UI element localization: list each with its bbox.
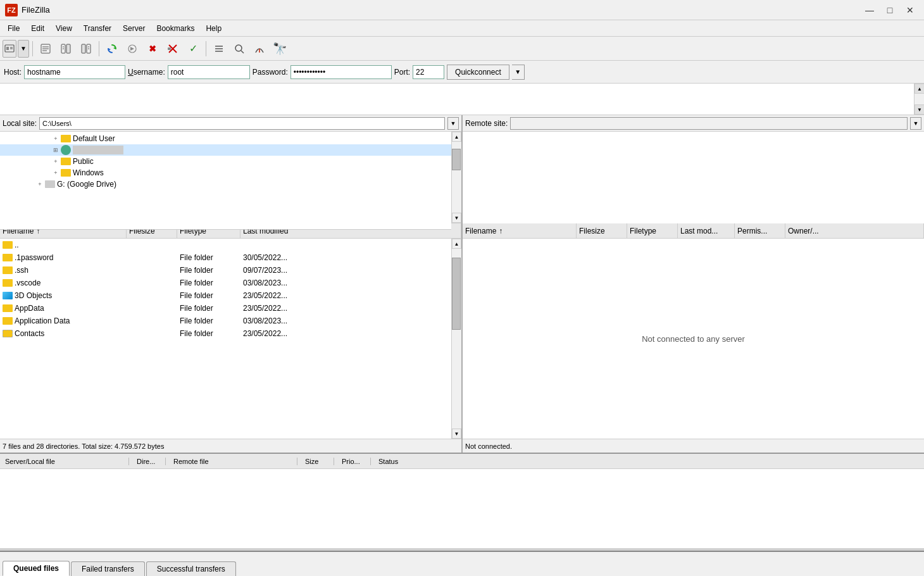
remote-col-filetype[interactable]: Filetype <box>627 223 678 238</box>
menu-server[interactable]: Server <box>118 23 150 34</box>
remote-site-label: Remote site: <box>465 119 508 128</box>
queue-col-status[interactable]: Status <box>376 458 921 465</box>
expand-icon: + <box>51 156 61 166</box>
remote-site-path[interactable] <box>510 117 908 130</box>
queue-col-size[interactable]: Size <box>303 458 334 465</box>
close-button[interactable]: ✕ <box>901 3 919 18</box>
menu-help[interactable]: Help <box>201 23 227 34</box>
log-scroll-track[interactable] <box>915 94 924 104</box>
local-site-path[interactable] <box>39 117 445 130</box>
list-item[interactable]: Application Data File folder 03/08/2023.… <box>0 315 451 327</box>
site-manager-button[interactable] <box>3 40 16 58</box>
maximize-button[interactable]: □ <box>881 3 899 18</box>
remote-status-text: Not connected. <box>465 442 512 450</box>
folder-icon <box>3 241 13 249</box>
tab-successful-transfers[interactable]: Successful transfers <box>146 561 236 576</box>
queue-col-remote[interactable]: Remote file <box>171 458 297 465</box>
log-scrollbar[interactable]: ▲ ▼ <box>914 84 924 115</box>
tree-scroll-thumb <box>452 149 461 170</box>
remote-col-filename[interactable]: Filename ↑ <box>463 223 577 238</box>
list-item[interactable]: .. <box>0 239 451 251</box>
refresh-button[interactable] <box>103 40 122 58</box>
queue-col-server[interactable]: Server/Local file <box>3 458 129 465</box>
tree-item-windows[interactable]: + Windows <box>0 167 451 178</box>
tree-scroll-track[interactable] <box>452 142 461 213</box>
local-panel: Local site: ▼ + Default User ⊞ <box>0 115 463 453</box>
toggle-message-log-button[interactable] <box>36 40 55 58</box>
tree-scroll-down[interactable]: ▼ <box>452 213 461 223</box>
local-files-scrollbar[interactable]: ▲ ▼ <box>451 239 461 439</box>
tree-scroll-up[interactable]: ▲ <box>452 132 461 142</box>
username-input[interactable] <box>168 65 250 79</box>
files-scroll-track[interactable] <box>452 249 461 429</box>
menu-view[interactable]: View <box>51 23 77 34</box>
menu-transfer[interactable]: Transfer <box>78 23 116 34</box>
tab-queued-files[interactable]: Queued files <box>3 561 70 576</box>
local-tree: + Default User ⊞ + Public <box>0 132 451 230</box>
find-files-button[interactable] <box>230 40 249 58</box>
local-path-dropdown[interactable]: ▼ <box>447 117 459 130</box>
files-scroll-down[interactable]: ▼ <box>452 429 461 439</box>
speed-limits-button[interactable] <box>250 40 269 58</box>
site-manager-dropdown[interactable]: ▼ <box>18 40 29 58</box>
list-item[interactable]: .ssh File folder 09/07/2023... <box>0 264 451 277</box>
folder-icon <box>61 158 71 165</box>
not-connected-message: Not connected to any server <box>642 334 745 344</box>
connection-bar: Host: Username: Password: Port: Quickcon… <box>0 61 924 84</box>
log-scroll-up[interactable]: ▲ <box>915 84 924 94</box>
quickconnect-dropdown[interactable]: ▼ <box>512 65 525 80</box>
list-item[interactable]: AppData File folder 23/05/2022... <box>0 302 451 315</box>
menu-bookmarks[interactable]: Bookmarks <box>151 23 199 34</box>
file-search-button[interactable]: 🔭 <box>270 40 289 58</box>
folder-icon <box>3 330 13 337</box>
port-input[interactable] <box>413 65 444 79</box>
expand-icon: + <box>35 179 45 189</box>
sep1 <box>32 41 33 56</box>
remote-path-dropdown[interactable]: ▼ <box>910 117 921 130</box>
host-label: Host: <box>4 68 22 77</box>
sep3 <box>206 41 206 56</box>
cancel-queue-button[interactable] <box>163 40 182 58</box>
transfer-check-button[interactable]: ✓ <box>184 40 203 58</box>
tree-label: Default User <box>73 134 115 143</box>
list-item[interactable]: Contacts File folder 23/05/2022... <box>0 327 451 340</box>
username-label: Username: <box>128 68 165 77</box>
list-item[interactable]: .vscode File folder 03/08/2023... <box>0 277 451 289</box>
password-input[interactable] <box>290 65 392 79</box>
expand-icon: + <box>51 134 61 144</box>
tree-item-gdrive[interactable]: + G: (Google Drive) <box>0 178 451 190</box>
process-queue-button[interactable] <box>123 40 142 58</box>
toggle-local-tree-button[interactable] <box>56 40 75 58</box>
folder-icon <box>3 317 13 325</box>
sep2 <box>99 41 99 56</box>
minimize-button[interactable]: — <box>861 3 878 18</box>
bottom-tabs: Queued files Failed transfers Successful… <box>0 551 924 576</box>
local-tree-scrollbar[interactable]: ▲ ▼ <box>451 132 461 223</box>
quickconnect-button[interactable]: Quickconnect <box>447 65 509 80</box>
list-item[interactable]: 3D Objects File folder 23/05/2022... <box>0 289 451 302</box>
tree-item-default-user[interactable]: + Default User <box>0 133 451 144</box>
svg-marker-16 <box>113 47 116 49</box>
list-item[interactable]: .1password File folder 30/05/2022... <box>0 251 451 264</box>
remote-col-owner[interactable]: Owner/... <box>785 223 924 238</box>
title-bar: FZ FileZilla — □ ✕ <box>0 0 924 20</box>
local-status-text: 7 files and 28 directories. Total size: … <box>3 442 164 450</box>
remote-col-filesize[interactable]: Filesize <box>577 223 627 238</box>
tab-failed-transfers[interactable]: Failed transfers <box>71 561 145 576</box>
host-input[interactable] <box>24 65 125 79</box>
queue-col-priority[interactable]: Prio... <box>339 458 371 465</box>
remote-col-modified[interactable]: Last mod... <box>678 223 735 238</box>
files-scroll-up[interactable]: ▲ <box>452 239 461 249</box>
stop-button[interactable]: ✖ <box>143 40 162 58</box>
tree-item-public[interactable]: + Public <box>0 156 451 167</box>
log-scroll-down[interactable]: ▼ <box>915 104 924 115</box>
tree-item-user[interactable]: ⊞ <box>0 144 451 156</box>
toggle-remote-tree-button[interactable] <box>77 40 96 58</box>
menu-edit[interactable]: Edit <box>26 23 49 34</box>
remote-col-permissions[interactable]: Permis... <box>735 223 785 238</box>
view-queue-button[interactable] <box>209 40 228 58</box>
title-left: FZ FileZilla <box>5 4 50 16</box>
queue-col-dir[interactable]: Dire... <box>134 458 166 465</box>
expand-icon: + <box>51 168 61 178</box>
menu-file[interactable]: File <box>3 23 25 34</box>
